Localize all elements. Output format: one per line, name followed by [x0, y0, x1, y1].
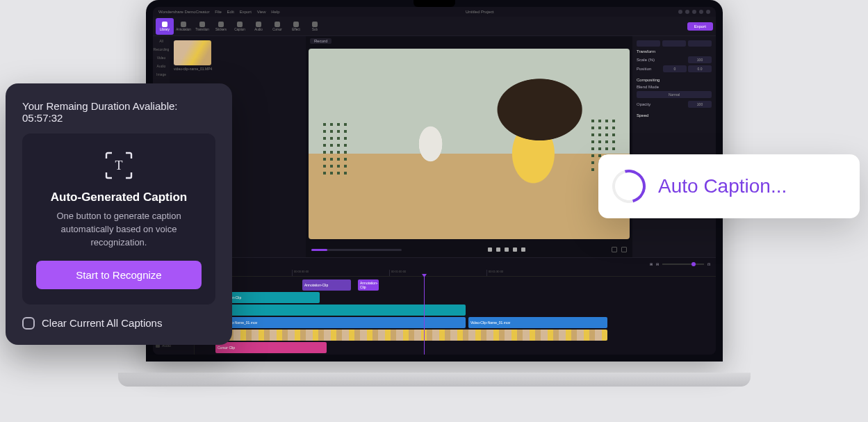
timeline: Undo Redo ⊞ ⊟ ⊡ 00:00:00:00 00:00:30:00 …: [153, 257, 716, 355]
posx-value[interactable]: 0: [663, 65, 687, 72]
clip-annotation[interactable]: Annotation-Clip: [302, 279, 351, 291]
timeline-ruler[interactable]: 00:00:00:00 00:00:30:00 00:01:00:00 00:0…: [153, 270, 716, 277]
viewport-controls: [612, 247, 627, 252]
duration-label: Your Remaing Duration Avaliable: 05:57:3…: [22, 100, 215, 124]
properties-panel: Transform Scale (%)100 Position 00.0 Com…: [632, 36, 716, 257]
timeline-toolbar: Undo Redo ⊞ ⊟ ⊡: [153, 258, 716, 270]
preview-tab-record[interactable]: Record: [310, 38, 331, 44]
window-controls[interactable]: [675, 10, 710, 15]
clip-annotation[interactable]: Annotation-Clip: [358, 279, 379, 291]
clear-captions-checkbox[interactable]: Clear Current All Captions: [22, 317, 215, 330]
menu-file[interactable]: File: [215, 10, 222, 14]
caption-scan-icon: T: [104, 150, 134, 181]
preview-tabs: Record: [306, 36, 632, 46]
ribbon-tab-audio[interactable]: Audio: [249, 18, 268, 35]
auto-caption-desc: One button to generate caption automatic…: [36, 210, 202, 250]
opacity-value[interactable]: 100: [688, 101, 712, 108]
ribbon-tab-library[interactable]: Library: [156, 18, 174, 35]
export-button[interactable]: Export: [687, 22, 713, 31]
rail-all[interactable]: All: [159, 39, 163, 43]
section-compositing: Compositing: [637, 78, 712, 82]
track-row[interactable]: Video-Clip-Name_01.mov Video-Clip-Name_0…: [195, 317, 716, 328]
media-thumbnail[interactable]: [174, 40, 211, 65]
effect-icon: [293, 22, 299, 27]
clip-video[interactable]: Video-Clip-Name_01.mov: [215, 317, 466, 328]
clip-thumbnails[interactable]: [215, 330, 607, 341]
fullscreen-button[interactable]: [621, 247, 627, 252]
audio-icon: [256, 22, 261, 27]
cursor-icon: [275, 22, 280, 27]
svg-text:T: T: [115, 159, 123, 172]
annotation-icon: [181, 22, 186, 27]
prev-button[interactable]: [488, 247, 492, 252]
ribbon-tab-annotation[interactable]: Annotation: [174, 18, 193, 35]
app-titlebar: Wondershare DemoCreator File Edit Export…: [153, 7, 716, 17]
menu-export[interactable]: Export: [240, 10, 252, 14]
rail-audio[interactable]: Audio: [157, 64, 166, 68]
track-row[interactable]: [195, 305, 716, 316]
play-button[interactable]: [496, 247, 500, 252]
tl-tool-icon[interactable]: ⊟: [656, 262, 659, 266]
ribbon-tab-stickers[interactable]: Stickers: [212, 18, 230, 35]
track-row[interactable]: Annotation-Clip Annotation-Clip: [195, 279, 716, 291]
preview-column: Record: [306, 36, 632, 257]
plant-decoration: [321, 121, 349, 177]
caption-icon: [237, 22, 243, 27]
ribbon-tab-sub[interactable]: Sub: [306, 18, 324, 35]
prop-tab[interactable]: [637, 40, 660, 47]
rail-image[interactable]: Image: [156, 72, 166, 76]
track-row[interactable]: Annotation-Clip: [195, 292, 716, 303]
preview-viewport[interactable]: [309, 49, 630, 239]
ribbon-tab-transition[interactable]: Transition: [193, 18, 211, 35]
tl-tool-icon[interactable]: ⊞: [650, 262, 653, 266]
section-speed: Speed: [637, 113, 712, 117]
ribbon-tab-cursor[interactable]: Cursor: [268, 18, 286, 35]
auto-caption-badge-text: Auto Caption...: [658, 175, 787, 197]
checkbox-icon: [22, 317, 35, 330]
section-transform: Transform: [637, 49, 712, 54]
posy-value[interactable]: 0.0: [688, 65, 712, 72]
prop-tab[interactable]: [688, 40, 712, 47]
playhead[interactable]: [424, 277, 425, 355]
rail-recording[interactable]: Recording: [154, 47, 170, 51]
playback-progress[interactable]: [311, 249, 402, 251]
prop-tab[interactable]: [662, 40, 686, 47]
zoom-slider[interactable]: [662, 263, 704, 265]
track-row[interactable]: Cursor Clip: [195, 342, 716, 353]
spinner-icon: [606, 163, 652, 209]
playback-bar: [306, 242, 632, 257]
ribbon-tab-caption[interactable]: Caption: [231, 18, 249, 35]
label-opacity: Opacity: [637, 102, 650, 106]
auto-caption-panel: T Auto-Generated Caption One button to g…: [22, 133, 215, 305]
scale-value[interactable]: 100: [688, 56, 712, 63]
label-scale: Scale (%): [637, 58, 655, 62]
ribbon-tab-effect[interactable]: Effect: [287, 18, 305, 35]
clip-teal[interactable]: [215, 305, 466, 316]
sticker-icon: [218, 22, 224, 27]
snapshot-button[interactable]: [612, 247, 617, 252]
stop-button[interactable]: [505, 247, 509, 252]
track-row[interactable]: [195, 330, 716, 341]
media-filename: video-clip-name_01.MP4: [174, 67, 302, 71]
timeline-body[interactable]: Caption Annotation Cursor Video Video Au…: [153, 277, 716, 355]
clear-captions-label: Clear Current All Captions: [42, 317, 162, 329]
laptop-base: [118, 373, 751, 387]
rail-video[interactable]: Video: [157, 56, 166, 60]
ribbon: Library Annotation Transition Stickers C…: [153, 17, 716, 36]
menu-view[interactable]: View: [257, 10, 266, 14]
transport-controls: [488, 247, 525, 252]
clip-video[interactable]: Video-Clip-Name_01.mov: [468, 317, 607, 328]
blend-value[interactable]: Normal: [637, 91, 712, 98]
tl-tool-icon[interactable]: ⊡: [707, 262, 710, 266]
workspace: All Recording Video Audio Image video-cl…: [153, 36, 716, 257]
ruler-mark: 00:01:00:00: [389, 270, 486, 276]
auto-caption-badge: Auto Caption...: [598, 154, 860, 218]
menu-help[interactable]: Help: [271, 10, 279, 14]
next-button[interactable]: [513, 247, 517, 252]
library-icon: [162, 22, 167, 27]
loop-button[interactable]: [521, 247, 525, 252]
clip-cursor[interactable]: Cursor Clip: [215, 342, 327, 353]
start-recognize-button[interactable]: Start to Recognize: [36, 261, 202, 289]
menu-edit[interactable]: Edit: [227, 10, 234, 14]
transition-icon: [199, 22, 205, 27]
